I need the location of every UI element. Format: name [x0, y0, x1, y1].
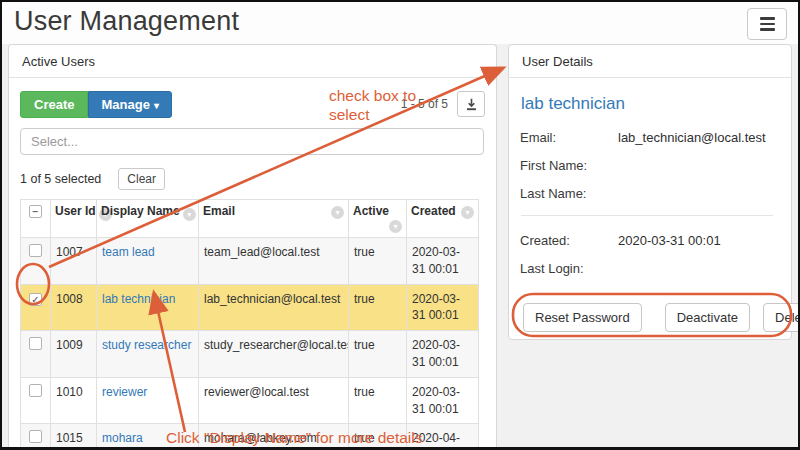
column-menu-icon[interactable]: ▾	[331, 206, 344, 219]
table-row: 1007 team lead team_lead@local.test true…	[21, 238, 479, 285]
last-login-label: Last Login:	[520, 261, 618, 276]
hamburger-icon	[760, 28, 775, 31]
email-cell: reviewer@local.test	[199, 377, 349, 424]
column-header-created[interactable]: Created▾	[407, 200, 479, 238]
table-row: 1009 study researcher study_researcher@l…	[21, 331, 479, 378]
created-cell: 2020-03-31 00:01	[407, 284, 479, 331]
email-label: Email:	[520, 130, 618, 145]
column-header-user-id[interactable]: User Id▾	[51, 200, 97, 238]
user-id-cell: 1007	[51, 238, 97, 285]
email-cell: study_researcher@local.test	[199, 331, 349, 378]
download-icon	[465, 98, 478, 111]
annotation-display-name-note: Click "Display Name" for more details	[166, 429, 423, 448]
table-row: 1010 reviewer reviewer@local.test true 2…	[21, 377, 479, 424]
selection-status: 1 of 5 selected	[20, 172, 101, 186]
created-value: 2020-03-31 00:01	[618, 233, 721, 248]
user-id-cell: 1015	[51, 424, 97, 450]
app-window: User Management Active Users Create Mana…	[0, 0, 800, 450]
user-id-cell: 1009	[51, 331, 97, 378]
user-id-cell: 1010	[51, 377, 97, 424]
created-label: Created:	[520, 233, 618, 248]
hamburger-icon	[760, 23, 775, 26]
chevron-down-icon: ▾	[154, 100, 159, 111]
detail-display-name-link[interactable]: lab technician	[521, 94, 780, 114]
row-checkbox[interactable]	[29, 244, 42, 257]
user-details-panel-title: User Details	[509, 45, 791, 78]
created-cell: 2020-03-31 00:01	[407, 331, 479, 378]
menu-button[interactable]	[747, 8, 787, 40]
active-cell: true	[349, 238, 407, 285]
active-cell: true	[349, 331, 407, 378]
active-cell: true	[349, 284, 407, 331]
first-name-label: First Name:	[520, 158, 618, 173]
hamburger-icon	[760, 17, 775, 20]
reset-password-button[interactable]: Reset Password	[523, 303, 642, 332]
last-name-label: Last Name:	[520, 186, 618, 201]
clear-selection-button[interactable]: Clear	[118, 168, 165, 190]
filter-select-input[interactable]	[20, 128, 484, 155]
email-cell: team_lead@local.test	[199, 238, 349, 285]
active-users-panel-title: Active Users	[9, 45, 496, 78]
created-cell: 2020-03-31 00:01	[407, 238, 479, 285]
email-cell: lab_technician@local.test	[199, 284, 349, 331]
column-header-email[interactable]: Email▾	[199, 200, 349, 238]
annotation-checkbox-note: check box to select	[329, 87, 425, 124]
manage-dropdown-button[interactable]: Manage▾	[88, 91, 171, 118]
display-name-link[interactable]: mohara	[102, 431, 143, 445]
column-header-active[interactable]: Active▾	[349, 200, 407, 238]
delete-button[interactable]: Delete	[763, 303, 800, 332]
row-checkbox-checked[interactable]: ✓	[29, 293, 42, 306]
table-row-selected: ✓ 1008 lab technician lab_technician@loc…	[21, 284, 479, 331]
row-checkbox[interactable]	[29, 384, 42, 397]
email-value: lab_technician@local.test	[618, 130, 766, 145]
table-header-row: − User Id▾ Display Name▾ Email▾ Active▾ …	[21, 200, 479, 238]
deactivate-button[interactable]: Deactivate	[665, 303, 750, 332]
export-button[interactable]	[457, 91, 485, 117]
user-details-panel: User Details lab technician Email: lab_t…	[508, 44, 792, 340]
display-name-link[interactable]: study researcher	[102, 338, 191, 352]
column-menu-icon[interactable]: ▾	[461, 206, 474, 219]
user-id-cell: 1008	[51, 284, 97, 331]
display-name-link[interactable]: team lead	[102, 245, 155, 259]
row-checkbox[interactable]	[29, 430, 42, 443]
active-cell: true	[349, 377, 407, 424]
column-header-display-name[interactable]: Display Name▾	[97, 200, 199, 238]
select-all-checkbox[interactable]: −	[29, 205, 42, 218]
create-button[interactable]: Create	[20, 91, 88, 118]
row-checkbox[interactable]	[29, 337, 42, 350]
page-title: User Management	[14, 6, 239, 37]
display-name-link[interactable]: reviewer	[102, 385, 147, 399]
column-menu-icon[interactable]: ▾	[183, 208, 196, 221]
column-menu-icon[interactable]: ▾	[389, 220, 402, 233]
display-name-link[interactable]: lab technician	[102, 292, 175, 306]
divider	[521, 215, 773, 216]
users-table: − User Id▾ Display Name▾ Email▾ Active▾ …	[20, 199, 479, 450]
created-cell: 2020-03-31 00:01	[407, 377, 479, 424]
